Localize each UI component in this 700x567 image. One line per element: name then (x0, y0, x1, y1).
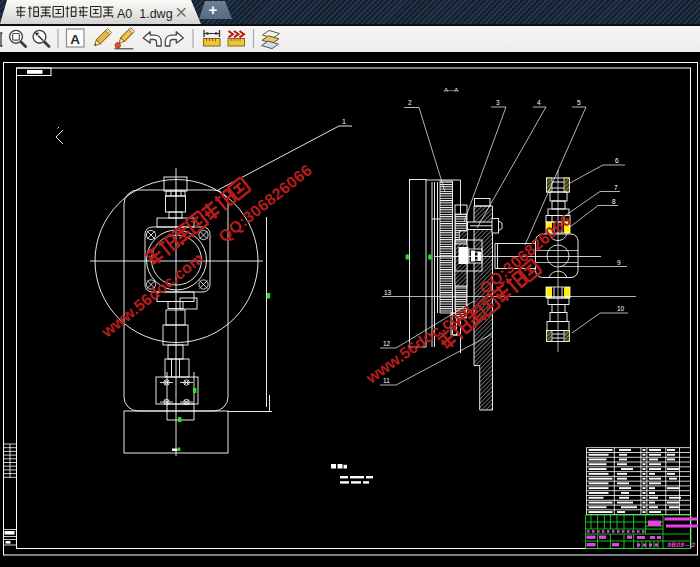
svg-text:7: 7 (614, 184, 618, 191)
svg-text:9: 9 (617, 259, 621, 266)
svg-text:4: 4 (537, 99, 541, 106)
svg-text:www.56doc.com: www.56doc.com (362, 300, 474, 387)
svg-text:12: 12 (383, 340, 391, 347)
svg-text:10: 10 (617, 305, 625, 312)
svg-text:1: 1 (342, 118, 346, 125)
svg-text:13: 13 (384, 289, 392, 296)
svg-text:3: 3 (496, 99, 500, 106)
svg-text:A0 1.dwg: A0 1.dwg (117, 7, 173, 21)
svg-text:A—A: A—A (444, 86, 459, 93)
svg-text:5: 5 (577, 99, 581, 106)
svg-text:8: 8 (612, 198, 616, 205)
svg-text:A: A (70, 31, 80, 46)
svg-text:6: 6 (615, 157, 619, 164)
svg-text:9B09—2: 9B09—2 (667, 541, 696, 548)
svg-text:2: 2 (408, 99, 412, 106)
